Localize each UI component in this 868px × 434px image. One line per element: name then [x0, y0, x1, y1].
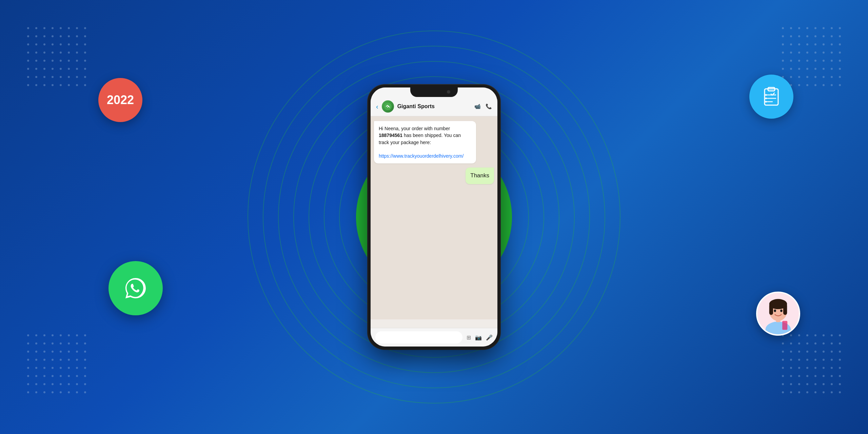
user-photo-badge — [756, 292, 800, 336]
dot-grid-top-left: for(let i=0;i<64;i++) document.currentSc… — [27, 27, 86, 86]
outgoing-message-text: Thanks — [470, 172, 489, 179]
phone-call-icon[interactable]: 📞 — [486, 103, 492, 110]
video-call-icon[interactable]: 📹 — [474, 103, 481, 110]
outgoing-message-bubble: Thanks — [466, 167, 494, 184]
chat-input-action-icons: ⊞ 📷 🎤 — [467, 334, 493, 341]
clipboard-icon — [760, 85, 783, 108]
contact-name: Giganti Sports — [397, 103, 471, 110]
whatsapp-icon — [120, 273, 151, 303]
camera-input-icon[interactable]: 📷 — [475, 334, 482, 341]
tracking-link[interactable]: https://www.trackyouorderdelhivery.com/ — [379, 153, 463, 159]
sticker-icon[interactable]: ⊞ — [467, 334, 471, 341]
phone-notch — [410, 87, 458, 97]
whatsapp-icon-badge — [108, 261, 163, 315]
dot-grid-bottom-right: for(let i=0;i<64;i++) document.currentSc… — [782, 334, 841, 393]
dot-grid-top-right: for(let i=0;i<64;i++) document.currentSc… — [782, 27, 841, 86]
contact-avatar — [382, 100, 394, 113]
svg-point-8 — [765, 101, 767, 103]
user-avatar-svg — [757, 293, 799, 334]
chat-action-icons[interactable]: 📹 📞 — [474, 103, 492, 110]
chat-text-input[interactable] — [375, 331, 462, 343]
svg-point-7 — [765, 98, 767, 99]
phone-body: ‹ Giganti Sports 📹 📞 Hi — [368, 85, 500, 349]
incoming-message-text: Hi Neena, your order with number 1887945… — [379, 126, 461, 145]
year-badge: 2022 — [98, 78, 142, 122]
back-arrow-icon[interactable]: ‹ — [376, 103, 378, 111]
mic-icon[interactable]: 🎤 — [486, 334, 493, 341]
svg-rect-18 — [782, 321, 787, 330]
chat-body: Hi Neena, your order with number 1887945… — [371, 116, 497, 319]
chat-input-bar: ⊞ 📷 🎤 — [371, 328, 497, 347]
camera-dot — [447, 90, 450, 94]
dot-grid-bottom-left: for(let i=0;i<64;i++) document.currentSc… — [27, 334, 86, 393]
phone-mockup: ‹ Giganti Sports 📹 📞 Hi — [368, 85, 500, 349]
phone-screen: ‹ Giganti Sports 📹 📞 Hi — [371, 87, 497, 347]
order-number: 188794561 — [379, 133, 402, 138]
svg-rect-15 — [783, 304, 787, 315]
incoming-message-bubble: Hi Neena, your order with number 1887945… — [374, 121, 476, 163]
svg-point-0 — [120, 273, 151, 303]
svg-point-16 — [774, 310, 776, 312]
svg-point-17 — [780, 310, 783, 312]
svg-rect-14 — [769, 304, 773, 315]
clipboard-icon-badge — [749, 75, 793, 119]
svg-point-6 — [765, 94, 767, 96]
